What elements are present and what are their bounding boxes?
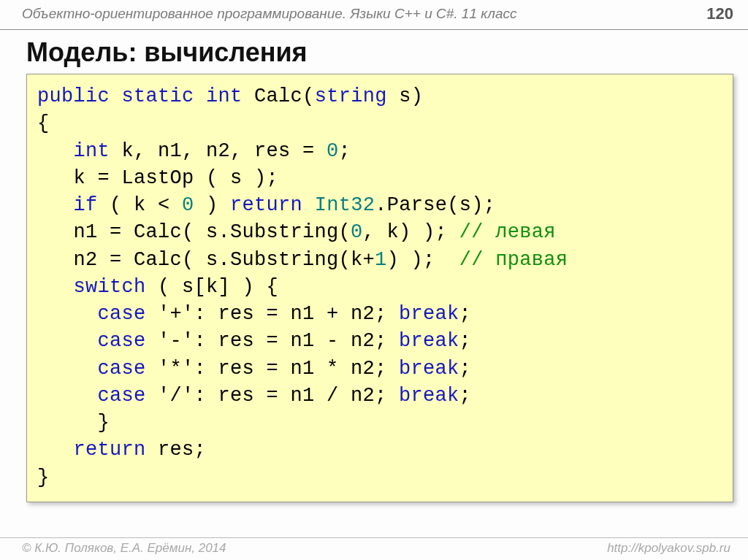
code-line: public static int Calc(string s) bbox=[37, 83, 722, 110]
code-line: n2 = Calc( s.Substring(k+1) ); // правая bbox=[37, 247, 722, 274]
code-block: public static int Calc(string s) { int k… bbox=[26, 74, 733, 502]
code-line: case '-': res = n1 - n2; break; bbox=[37, 328, 722, 355]
code-line: switch ( s[k] ) { bbox=[37, 274, 722, 301]
code-line: case '*': res = n1 * n2; break; bbox=[37, 356, 722, 383]
code-line: n1 = Calc( s.Substring(0, k) ); // левая bbox=[37, 219, 722, 246]
code-line: return res; bbox=[37, 437, 722, 464]
code-line: { bbox=[37, 110, 722, 137]
code-line: } bbox=[37, 464, 722, 491]
copyright: © К.Ю. Поляков, Е.А. Ерёмин, 2014 bbox=[22, 541, 226, 556]
code-line: if ( k < 0 ) return Int32.Parse(s); bbox=[37, 192, 722, 219]
footer-bar: © К.Ю. Поляков, Е.А. Ерёмин, 2014 http:/… bbox=[0, 537, 748, 556]
page-number: 120 bbox=[706, 4, 733, 23]
code-line: case '+': res = n1 + n2; break; bbox=[37, 301, 722, 328]
code-line: } bbox=[37, 410, 722, 437]
code-line: int k, n1, n2, res = 0; bbox=[37, 138, 722, 165]
code-line: case '/': res = n1 / n2; break; bbox=[37, 383, 722, 410]
code-line: k = LastOp ( s ); bbox=[37, 165, 722, 192]
course-title: Объектно-ориентированное программировани… bbox=[22, 6, 517, 22]
slide-heading: Модель: вычисления bbox=[26, 37, 748, 68]
source-url: http://kpolyakov.spb.ru bbox=[607, 541, 730, 556]
header-bar: Объектно-ориентированное программировани… bbox=[0, 0, 748, 30]
